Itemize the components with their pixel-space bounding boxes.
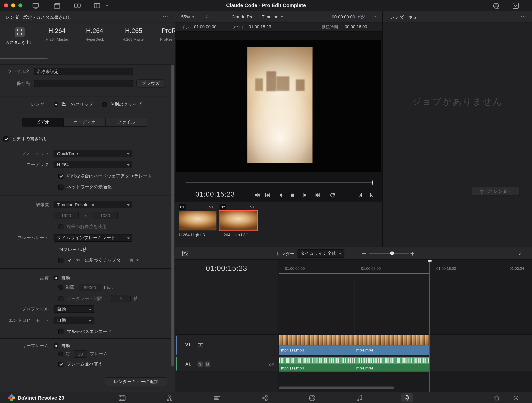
bitrate-input[interactable] [79,284,101,291]
timeline-timecode[interactable]: 01:00:15:23 [175,264,278,272]
color-wheels-icon[interactable] [359,14,365,19]
fairlight-page-button[interactable] [354,393,366,403]
playhead-handle[interactable] [428,260,431,262]
keyframe-interval-input[interactable] [74,350,87,358]
preset-custom[interactable]: カスタ...き出し [4,27,35,45]
timeline-zoom-range-bar[interactable] [279,273,429,274]
play-icon[interactable] [302,192,308,198]
preview-dot-icon[interactable] [205,15,209,19]
browse-button[interactable]: ブラウズ [136,79,165,87]
timeline-video-clip-1[interactable]: mp4 (1).mp4 [279,335,354,356]
deliver-page-button[interactable] [401,393,413,403]
network-opt-label: ネットワークの最適化 [67,184,112,190]
cut-page-button[interactable] [164,393,176,403]
quality-auto-radio[interactable] [54,275,58,280]
viewer-timecode-dropdown[interactable]: 00:00:00:00 [332,14,360,19]
solo-button[interactable]: S [197,361,203,367]
single-clip-radio[interactable] [54,102,58,107]
tab-audio[interactable]: オーディオ [64,118,105,126]
render-settings-menu-icon[interactable]: ⋯ [163,14,169,19]
viewer-menu-icon[interactable]: ⋯ [371,14,377,19]
render-all-button[interactable]: すべてレンダー [472,187,520,196]
add-to-render-queue-button[interactable]: レンダーキューに追加 [105,377,167,386]
timeline-video-clip-2[interactable]: mp4.mp4 [354,335,429,356]
keyframe-every-radio[interactable] [58,352,63,356]
media-page-button[interactable] [116,393,128,403]
workspace-dropdown-icon[interactable] [512,2,519,9]
profile-dropdown[interactable]: 自動 [54,305,94,313]
tab-file[interactable]: ファイル [106,118,147,126]
resolution-dropdown[interactable]: Timeline Resolution [54,201,133,208]
settings-scrollbar[interactable] [171,64,174,366]
framerate-dropdown[interactable]: タイムラインフレームレート [54,234,133,242]
render-queue-menu-icon[interactable]: ⋯ [520,14,526,19]
portrait-res-checkbox[interactable] [58,224,63,229]
mute-button[interactable]: M [205,361,210,367]
preset-hyperdeck[interactable]: H.264 HyperDeck [79,27,110,41]
audio-channel-label: 2.0 [269,362,274,366]
audio-mixer-icon[interactable]: ♪ [518,250,521,256]
timeline-playhead[interactable] [430,260,430,392]
zoom-out-icon[interactable] [362,253,366,254]
height-input[interactable] [93,212,118,219]
fast-forward-icon[interactable] [315,192,321,198]
preset-h264-master[interactable]: H.264 H.264 Master [41,27,73,41]
rewind-icon[interactable] [264,192,270,198]
goto-in-icon[interactable] [369,192,375,198]
edit-page-button[interactable] [211,393,223,403]
color-page-button[interactable] [306,393,318,403]
settings-gear-button[interactable] [510,393,522,403]
play-reverse-icon[interactable] [278,192,284,198]
stop-icon[interactable] [290,192,296,198]
render-jobs-icon[interactable] [182,250,189,257]
project-manager-icon[interactable] [493,2,500,9]
preset-h265-master[interactable]: H.265 H.265 Master [118,27,149,41]
preset-prores[interactable]: ProR ProRes 42 [153,27,175,41]
quality-label: 品質 [0,275,54,281]
scrubber-playhead[interactable] [372,181,373,185]
goto-out-icon[interactable] [357,192,363,198]
location-input[interactable] [34,80,133,87]
in-out-row: イン 01:00:00:00 アウト 01:00:15:23 継続時間 00:0… [175,22,383,31]
zoom-slider-handle[interactable] [390,251,394,255]
clip2-thumbnail-selected[interactable] [219,211,257,230]
clip1-codec-label: H.264 High L3.1 [179,232,208,237]
export-video-checkbox[interactable] [3,136,8,141]
project-home-button[interactable] [491,393,503,403]
fusion-page-button[interactable] [259,393,271,403]
viewer-current-timecode[interactable]: 01:00:15:23 [195,191,235,198]
datarate-limit-checkbox[interactable] [58,296,63,301]
marker-chapters-checkbox[interactable] [58,258,63,263]
loop-icon[interactable] [329,192,336,198]
timeline-zoom-slider[interactable] [369,253,409,254]
timeline-selector-dropdown[interactable]: Claude Pro ...it Timeline [219,14,296,19]
timeline-audio-clip-1[interactable]: mp4 (1).mp4 [279,357,354,372]
timeline-horizontal-scrollbar[interactable] [279,386,394,389]
render-scope-dropdown[interactable]: タイムライン全体 [297,249,344,257]
datarate-input[interactable] [111,295,131,302]
width-input[interactable] [54,212,79,219]
timeline-audio-clip-2[interactable]: mp4.mp4 [354,357,429,372]
viewer-scrubber[interactable] [186,182,373,183]
viewer-zoom-dropdown[interactable]: 55% [181,14,195,19]
keyframe-auto-radio[interactable] [54,343,58,348]
format-dropdown[interactable]: QuickTime [54,150,133,157]
multipass-checkbox[interactable] [58,329,63,334]
marker-color-chevron-icon[interactable] [136,259,139,261]
clip1-thumbnail[interactable] [179,211,216,230]
individual-clips-radio[interactable] [102,102,107,107]
tab-video[interactable]: ビデオ [22,118,64,126]
individual-clips-label: 個別のクリップ [110,102,141,108]
auto-select-icon[interactable] [197,342,204,348]
network-opt-checkbox[interactable] [58,184,63,189]
video-track-name: V1 [185,342,191,347]
preset-scrollbar[interactable] [0,58,48,59]
quality-limit-radio[interactable] [58,285,63,290]
hardware-accel-checkbox[interactable] [58,173,63,179]
marker-color-icon[interactable] [129,258,134,263]
mute-speaker-icon[interactable] [254,192,260,198]
frame-reorder-checkbox[interactable] [58,362,63,367]
codec-dropdown[interactable]: H.264 [54,161,133,168]
entropy-dropdown[interactable]: 自動 [54,317,94,324]
filename-input[interactable] [34,68,133,75]
